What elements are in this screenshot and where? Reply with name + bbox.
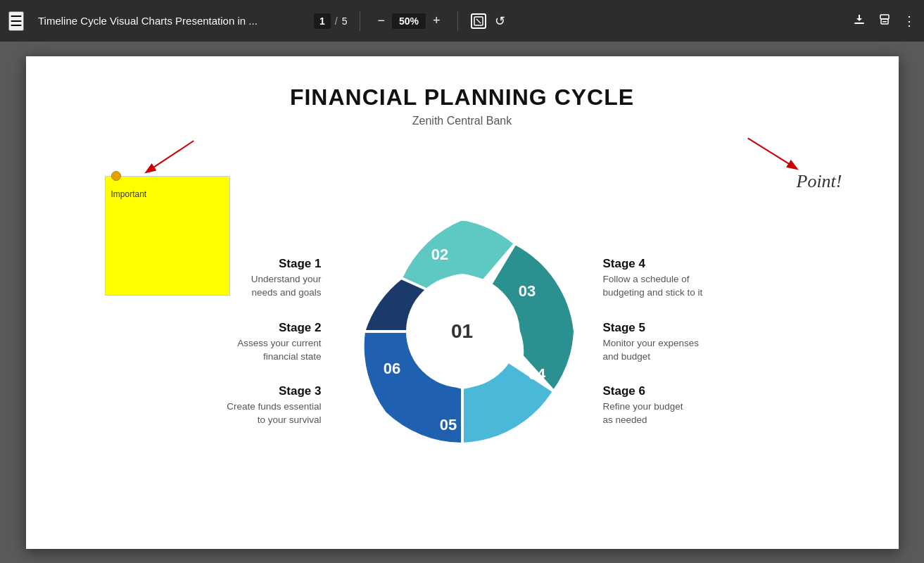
slide: Important FINANCIAL PLANNING CYCLE Zenit — [26, 56, 899, 549]
sticky-note-text: Important — [106, 177, 229, 205]
chart-center-label: 01 — [451, 320, 473, 343]
document-title: Timeline Cycle Visual Charts Presentatio… — [38, 15, 305, 27]
current-page: 1 — [314, 13, 331, 29]
zoom-in-button[interactable]: + — [429, 12, 445, 30]
stage-4-desc: Follow a schedule ofbudgeting and stick … — [603, 273, 744, 300]
stage-3-title: Stage 3 — [181, 384, 322, 398]
print-button[interactable] — [878, 12, 892, 30]
divider-1 — [360, 11, 360, 31]
slide-subtitle: Zenith Central Bank — [26, 115, 899, 127]
stage-6-title: Stage 6 — [603, 384, 744, 398]
rotate-icon[interactable]: ↺ — [495, 13, 505, 29]
stage-2-desc: Assess your currentfinancial state — [181, 337, 322, 364]
page-control: 1 / 5 — [314, 13, 347, 29]
right-stages: Stage 4 Follow a schedule ofbudgeting an… — [589, 257, 744, 427]
topbar-right-icons: ⋮ — [852, 12, 916, 30]
page-separator: / — [335, 15, 338, 27]
fit-page-icon[interactable] — [471, 13, 486, 29]
menu-icon[interactable]: ☰ — [8, 11, 24, 31]
more-options-button[interactable]: ⋮ — [903, 13, 916, 29]
sticky-note-pin — [111, 171, 121, 181]
slide-title-area: FINANCIAL PLANNING CYCLE Zenith Central … — [26, 84, 899, 127]
content-area: Important FINANCIAL PLANNING CYCLE Zenit — [0, 42, 924, 563]
stage-4-item: Stage 4 Follow a schedule ofbudgeting an… — [603, 257, 744, 300]
stage-6-desc: Refine your budgetas needed — [603, 400, 744, 427]
total-pages: 5 — [342, 15, 348, 27]
donut-chart: 02 03 04 05 06 01 — [336, 205, 589, 458]
stage-2-item: Stage 2 Assess your currentfinancial sta… — [181, 321, 322, 364]
stage-3-item: Stage 3 Create funds essentialto your su… — [181, 384, 322, 427]
slide-main-title: FINANCIAL PLANNING CYCLE — [26, 84, 899, 110]
svg-line-1 — [476, 19, 481, 23]
svg-text:05: 05 — [439, 416, 456, 434]
divider-2 — [457, 11, 458, 31]
stage-5-title: Stage 5 — [603, 321, 744, 335]
svg-rect-3 — [880, 15, 889, 19]
zoom-out-button[interactable]: − — [373, 12, 389, 30]
svg-rect-2 — [854, 23, 864, 24]
topbar: ☰ Timeline Cycle Visual Charts Presentat… — [0, 0, 924, 42]
stage-5-item: Stage 5 Monitor your expensesand budget — [603, 321, 744, 364]
stage-4-title: Stage 4 — [603, 257, 744, 271]
sticky-note[interactable]: Important — [105, 176, 230, 296]
stage-3-desc: Create funds essentialto your survival — [181, 400, 322, 427]
svg-text:03: 03 — [518, 282, 535, 300]
svg-text:06: 06 — [383, 360, 400, 377]
stage-6-item: Stage 6 Refine your budgetas needed — [603, 384, 744, 427]
svg-text:02: 02 — [431, 246, 448, 263]
svg-text:04: 04 — [528, 365, 545, 383]
zoom-level: 50% — [392, 13, 426, 29]
stage-2-title: Stage 2 — [181, 321, 322, 335]
download-button[interactable] — [852, 12, 866, 30]
svg-rect-5 — [882, 21, 887, 23]
zoom-controls: − 50% + — [373, 12, 444, 30]
stage-5-desc: Monitor your expensesand budget — [603, 337, 744, 364]
